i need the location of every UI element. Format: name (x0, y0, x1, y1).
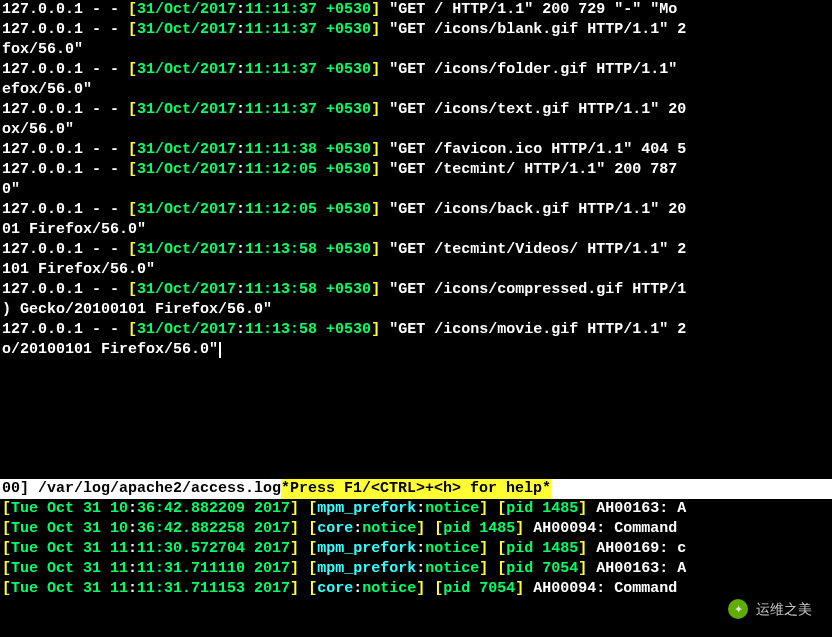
access-log-line: efox/56.0" (2, 80, 686, 100)
status-fill (551, 479, 832, 499)
access-log-line: 127.0.0.1 - - [31/Oct/2017:11:11:37 +053… (2, 100, 686, 120)
access-log-line: fox/56.0" (2, 40, 686, 60)
access-log-line: ) Gecko/20100101 Firefox/56.0" (2, 300, 686, 320)
access-log-line: ox/56.0" (2, 120, 686, 140)
access-log-line: 127.0.0.1 - - [31/Oct/2017:11:11:37 +053… (2, 60, 686, 80)
access-log-line: 127.0.0.1 - - [31/Oct/2017:11:11:37 +053… (2, 0, 686, 20)
access-log-line: 01 Firefox/56.0" (2, 220, 686, 240)
error-log-line: [Tue Oct 31 10:36:42.882209 2017] [mpm_p… (2, 499, 686, 519)
access-log-line: 127.0.0.1 - - [31/Oct/2017:11:12:05 +053… (2, 160, 686, 180)
watermark-text: 运维之美 (756, 599, 812, 619)
access-log-line: 101 Firefox/56.0" (2, 260, 686, 280)
access-log-line: 127.0.0.1 - - [31/Oct/2017:11:11:37 +053… (2, 20, 686, 40)
status-file-path: 00] /var/log/apache2/access.log (0, 479, 281, 499)
status-bar: 00] /var/log/apache2/access.log *Press F… (0, 479, 832, 499)
access-log-line: o/20100101 Firefox/56.0" (2, 340, 686, 360)
access-log-line: 127.0.0.1 - - [31/Oct/2017:11:13:58 +053… (2, 280, 686, 300)
access-log-line: 127.0.0.1 - - [31/Oct/2017:11:12:05 +053… (2, 200, 686, 220)
error-log-line: [Tue Oct 31 11:11:31.711153 2017] [core:… (2, 579, 686, 599)
access-log-line: 0" (2, 180, 686, 200)
error-log-line: [Tue Oct 31 10:36:42.882258 2017] [core:… (2, 519, 686, 539)
access-log-line: 127.0.0.1 - - [31/Oct/2017:11:11:38 +053… (2, 140, 686, 160)
status-help-hint: *Press F1/<CTRL>+<h> for help* (281, 479, 551, 499)
error-log-line: [Tue Oct 31 11:11:30.572704 2017] [mpm_p… (2, 539, 686, 559)
terminal-cursor (219, 342, 221, 358)
access-log-line: 127.0.0.1 - - [31/Oct/2017:11:13:58 +053… (2, 320, 686, 340)
wechat-icon: ✦ (728, 599, 748, 619)
watermark: ✦ 运维之美 (728, 599, 812, 619)
access-log-line: 127.0.0.1 - - [31/Oct/2017:11:13:58 +053… (2, 240, 686, 260)
access-log-pane[interactable]: 127.0.0.1 - - [31/Oct/2017:11:11:37 +053… (2, 0, 686, 360)
error-log-pane[interactable]: [Tue Oct 31 10:36:42.882209 2017] [mpm_p… (2, 499, 686, 599)
terminal-window[interactable]: 127.0.0.1 - - [31/Oct/2017:11:11:37 +053… (0, 0, 832, 637)
error-log-line: [Tue Oct 31 11:11:31.711110 2017] [mpm_p… (2, 559, 686, 579)
